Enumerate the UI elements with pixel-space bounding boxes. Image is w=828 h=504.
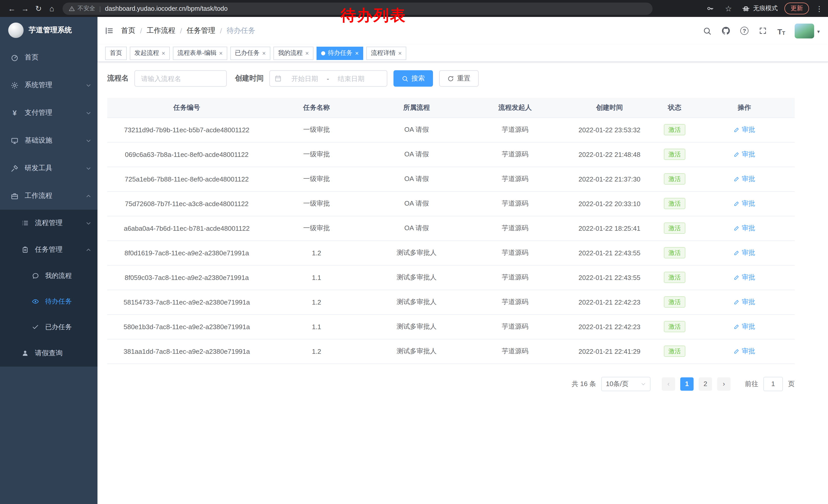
close-icon[interactable]: × [355, 49, 359, 57]
person-icon [20, 349, 29, 357]
breadcrumb-home[interactable]: 首页 [121, 26, 135, 35]
edit-icon [734, 176, 740, 182]
check-icon [31, 323, 40, 331]
approve-link[interactable]: 审批 [734, 150, 755, 159]
security-status[interactable]: 不安全 [69, 5, 95, 12]
status-badge: 激活 [664, 321, 686, 332]
help-icon[interactable]: ? [739, 26, 749, 36]
table-row: 580e1b3d-7ac8-11ec-a9e2-a2380e71991a1.1测… [107, 314, 795, 339]
goto-page-input[interactable] [763, 377, 783, 391]
table-row: 725a1eb6-7b88-11ec-8ef0-acde48001122一级审批… [107, 167, 795, 191]
approve-link[interactable]: 审批 [734, 174, 755, 184]
tools-icon [10, 164, 19, 172]
next-page-button[interactable]: › [717, 377, 731, 391]
tab-my-process[interactable]: 我的流程× [274, 46, 314, 60]
app-logo[interactable]: 芋道管理系统 [0, 17, 97, 44]
navbar-actions: ? TT ▾ [702, 23, 820, 38]
close-icon[interactable]: × [398, 49, 402, 57]
page-button-1[interactable]: 1 [680, 377, 694, 391]
browser-home-button[interactable]: ⌂ [45, 2, 58, 15]
sidebar-item-todo-tasks[interactable]: 待办任务 [0, 289, 97, 314]
edit-icon [734, 225, 740, 231]
breadcrumb-workflow[interactable]: 工作流程 [147, 26, 175, 35]
status-badge: 激活 [664, 149, 686, 160]
process-name-input[interactable] [134, 70, 227, 87]
font-size-icon[interactable]: TT [776, 26, 786, 36]
sidebar-item-home[interactable]: 首页 [0, 44, 97, 71]
close-icon[interactable]: × [262, 49, 266, 57]
close-icon[interactable]: × [305, 49, 309, 57]
end-date-input[interactable] [330, 75, 372, 82]
yen-icon: ¥ [10, 109, 19, 117]
reset-button[interactable]: 重置 [439, 70, 479, 87]
sidebar-item-infrastructure[interactable]: 基础设施 [0, 127, 97, 154]
tab-form-edit[interactable]: 流程表单-编辑× [173, 46, 227, 60]
sidebar-item-devtools[interactable]: 研发工具 [0, 154, 97, 182]
tab-done-tasks[interactable]: 已办任务× [230, 46, 271, 60]
search-icon[interactable] [702, 26, 713, 36]
approve-link[interactable]: 审批 [734, 273, 755, 282]
tab-process-detail[interactable]: 流程详情× [366, 46, 406, 60]
tab-start-process[interactable]: 发起流程× [130, 46, 170, 60]
approve-link[interactable]: 审批 [734, 297, 755, 307]
sidebar-item-task-mgmt[interactable]: 任务管理 [0, 236, 97, 263]
search-button[interactable]: 搜索 [394, 70, 433, 87]
sidebar-item-leave-query[interactable]: 请假查询 [0, 340, 97, 367]
sidebar-item-my-process[interactable]: 我的流程 [0, 263, 97, 289]
date-range-picker[interactable]: - [269, 70, 387, 87]
approve-link[interactable]: 审批 [734, 347, 755, 356]
tab-home[interactable]: 首页 [105, 46, 127, 60]
logo-avatar [8, 22, 24, 38]
edit-icon [734, 324, 740, 330]
page-content: 流程名 创建时间 - 搜索 重置 [97, 62, 828, 391]
breadcrumb-current: 待办任务 [226, 26, 255, 35]
close-icon[interactable]: × [162, 49, 165, 57]
sidebar-item-process-mgmt[interactable]: 流程管理 [0, 210, 97, 236]
page-size-select[interactable]: 10条/页 [601, 377, 651, 391]
approve-link[interactable]: 审批 [734, 248, 755, 258]
password-key-icon[interactable] [705, 3, 715, 13]
table-row: 58154733-7ac8-11ec-a9e2-a2380e71991a1.2测… [107, 290, 795, 314]
edit-icon [734, 299, 740, 305]
pagination: 共 16 条 10条/页 ‹ 1 2 › 前往 页 [107, 377, 795, 391]
screen: ← → ↻ ⌂ 不安全 | dashboard.yudao.iocoder.cn… [0, 0, 828, 504]
chevron-down-icon [86, 165, 91, 171]
tab-todo-tasks[interactable]: 待办任务× [317, 46, 363, 60]
start-date-input[interactable] [284, 75, 326, 82]
search-icon [402, 75, 408, 82]
browser-back-button[interactable]: ← [5, 2, 18, 15]
approve-link[interactable]: 审批 [734, 125, 755, 134]
browser-reload-button[interactable]: ↻ [32, 2, 45, 15]
bookmark-star-icon[interactable]: ☆ [722, 2, 735, 15]
browser-menu-button[interactable]: ⋮ [816, 4, 823, 12]
sidebar-item-system[interactable]: 系统管理 [0, 71, 97, 99]
sidebar-item-workflow[interactable]: 工作流程 [0, 182, 97, 210]
chevron-down-icon [86, 220, 91, 226]
approve-link[interactable]: 审批 [734, 199, 755, 208]
list-icon [20, 219, 29, 227]
page-button-2[interactable]: 2 [699, 377, 712, 391]
avatar-caret-icon[interactable]: ▾ [817, 29, 820, 34]
browser-update-button[interactable]: 更新 [784, 3, 809, 14]
approve-link[interactable]: 审批 [734, 322, 755, 331]
status-badge: 激活 [664, 247, 686, 259]
fullscreen-icon[interactable] [758, 26, 768, 36]
collapse-sidebar-icon[interactable] [105, 26, 114, 35]
prev-page-button[interactable]: ‹ [662, 377, 675, 391]
user-avatar[interactable] [795, 23, 814, 38]
browser-chrome: ← → ↻ ⌂ 不安全 | dashboard.yudao.iocoder.cn… [0, 0, 828, 17]
incognito-label: 无痕模式 [753, 4, 778, 13]
process-name-label: 流程名 [107, 74, 129, 83]
github-icon[interactable] [721, 26, 731, 36]
sidebar-item-payment[interactable]: ¥ 支付管理 [0, 99, 97, 127]
close-icon[interactable]: × [219, 49, 223, 57]
table-row: a6aba0a4-7b6d-11ec-b781-acde48001122一级审批… [107, 216, 795, 240]
chevron-down-icon [86, 138, 91, 143]
monitor-icon [10, 136, 19, 145]
status-badge: 激活 [664, 296, 686, 308]
sidebar-item-done-tasks[interactable]: 已办任务 [0, 314, 97, 340]
approve-link[interactable]: 审批 [734, 224, 755, 233]
chevron-down-icon [86, 110, 91, 116]
browser-forward-button[interactable]: → [18, 2, 32, 15]
breadcrumb-task-mgmt[interactable]: 任务管理 [187, 26, 215, 35]
